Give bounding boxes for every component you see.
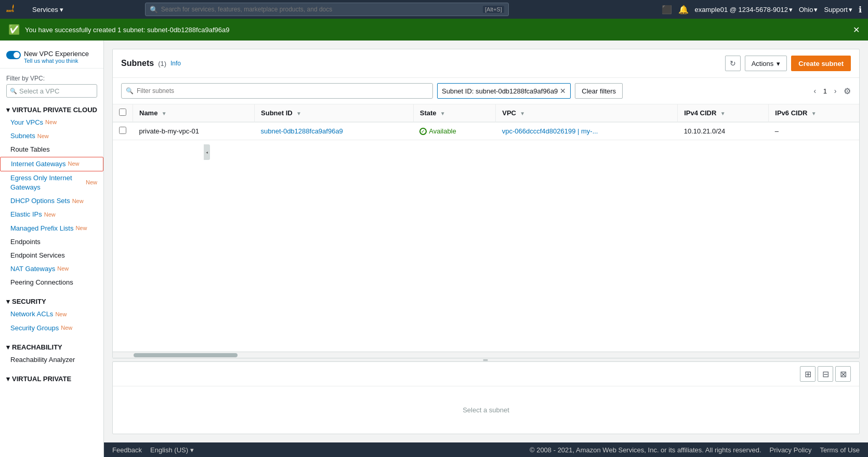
sort-name-icon[interactable]: ▼ — [162, 111, 167, 116]
col-name: Name ▼ — [133, 104, 255, 122]
view-list-icon[interactable]: ⊟ — [818, 366, 833, 382]
clear-filters-button[interactable]: Clear filters — [575, 83, 623, 99]
sort-ipv4-icon[interactable]: ▼ — [720, 111, 726, 116]
view-split-icon[interactable]: ⊠ — [835, 366, 851, 382]
next-page-button[interactable]: › — [829, 85, 841, 97]
services-button[interactable]: Services ▾ — [29, 4, 67, 16]
cloud-shell-icon[interactable]: ⬛ — [662, 5, 672, 15]
sidebar-item-elastic-ips[interactable]: Elastic IPs New — [0, 208, 103, 221]
terms-link[interactable]: Terms of Use — [820, 446, 860, 454]
chevron-down-icon: ▾ — [789, 6, 793, 14]
panel-actions: ↻ Actions ▾ Create subnet — [725, 56, 851, 71]
col-state: State ▼ — [413, 104, 496, 122]
row-subnet-id-link[interactable]: subnet-0db1288fca9af96a9 — [261, 127, 343, 135]
region-menu[interactable]: Ohio ▾ — [799, 6, 818, 14]
sidebar-item-security-groups[interactable]: Security Groups New — [0, 321, 103, 335]
sort-state-icon[interactable]: ▼ — [440, 111, 445, 116]
sidebar-section-security[interactable]: ▾ SECURITY — [0, 293, 103, 307]
new-badge: New — [45, 118, 57, 126]
chevron-down-icon: ▾ — [814, 6, 818, 14]
search-icon: 🔍 — [10, 88, 17, 95]
bell-icon[interactable]: 🔔 — [678, 5, 689, 15]
col-ipv4: IPv4 CIDR ▼ — [678, 104, 769, 122]
sidebar-section-vpc[interactable]: ▾ VIRTUAL PRIVATE CLOUD — [0, 102, 103, 116]
footer-right: © 2008 - 2021, Amazon Web Services, Inc.… — [530, 446, 860, 454]
main-layout: New VPC Experience Tell us what you thin… — [0, 41, 868, 457]
filter-vpc-input[interactable]: 🔍 Select a VPC — [6, 84, 97, 98]
sidebar-item-egress-gateways[interactable]: Egress Only Internet Gateways New — [0, 171, 103, 194]
sidebar-item-nat-gateways[interactable]: NAT Gateways New — [0, 262, 103, 276]
row-checkbox[interactable] — [119, 127, 126, 134]
sidebar-section-reachability[interactable]: ▾ REACHABILITY — [0, 339, 103, 353]
content-area: Subnets (1) Info ↻ Actions ▾ Create subn… — [104, 41, 868, 457]
sidebar-item-label: Peering Connections — [10, 278, 73, 287]
table-header-row: Name ▼ Subnet ID ▼ State ▼ — [113, 104, 859, 122]
sort-vpc-icon[interactable]: ▼ — [520, 111, 525, 116]
pagination: ‹ 1 › ⚙ — [809, 85, 851, 97]
sort-ipv6-icon[interactable]: ▼ — [811, 111, 817, 116]
sidebar-item-internet-gateways[interactable]: Internet Gateways New — [0, 157, 103, 171]
sidebar-item-dhcp[interactable]: DHCP Options Sets New — [0, 194, 103, 208]
refresh-button[interactable]: ↻ — [725, 56, 741, 71]
sidebar-item-reachability-analyzer[interactable]: Reachability Analyzer — [0, 353, 103, 367]
subnets-table-wrapper: Name ▼ Subnet ID ▼ State ▼ — [113, 104, 859, 352]
chevron-down-icon: ▾ — [6, 343, 10, 351]
filter-subnets-input[interactable] — [137, 87, 428, 95]
sidebar-toggle[interactable]: ◂ — [204, 144, 210, 160]
vpc-experience-link[interactable]: Tell us what you think — [24, 58, 89, 64]
filter-tag-remove[interactable]: ✕ — [560, 87, 566, 95]
col-ipv6-label: IPv6 CIDR — [775, 109, 807, 117]
sidebar-item-endpoint-services[interactable]: Endpoint Services — [0, 249, 103, 262]
info-icon[interactable]: ℹ — [859, 5, 862, 15]
table-row: private-b-my-vpc-01 subnet-0db1288fca9af… — [113, 122, 859, 140]
sidebar-item-network-acls[interactable]: Network ACLs New — [0, 307, 103, 321]
sidebar-item-label: Internet Gateways — [11, 159, 66, 169]
footer: Feedback English (US) ▾ © 2008 - 2021, A… — [104, 442, 868, 457]
panel-count: (1) — [158, 60, 166, 68]
row-ipv6-cell: – — [769, 122, 859, 140]
view-details-icon[interactable]: ⊞ — [800, 366, 816, 382]
feedback-link[interactable]: Feedback — [112, 446, 142, 454]
panel-title: Subnets — [121, 59, 154, 68]
sidebar-item-your-vpcs[interactable]: Your VPCs New — [0, 116, 103, 129]
sidebar-section-vpn[interactable]: ▾ VIRTUAL PRIVATE — [0, 371, 103, 385]
sidebar-section-vpn-label: VIRTUAL PRIVATE — [12, 375, 71, 383]
panel-info-link[interactable]: Info — [170, 60, 181, 67]
vpc-experience-switch[interactable] — [6, 51, 21, 59]
sidebar-item-route-tables[interactable]: Route Tables — [0, 143, 103, 156]
chevron-down-icon: ▾ — [6, 298, 10, 305]
success-banner: ✅ You have successfully created 1 subnet… — [0, 19, 868, 41]
global-search-input[interactable] — [161, 6, 480, 13]
row-name-cell: private-b-my-vpc-01 — [133, 122, 255, 140]
sort-subnet-id-icon[interactable]: ▼ — [296, 111, 301, 116]
scrollbar-thumb — [134, 353, 238, 357]
actions-button[interactable]: Actions ▾ — [745, 56, 787, 71]
language-selector[interactable]: English (US) ▾ — [150, 446, 194, 454]
active-filter-tag: Subnet ID: subnet-0db1288fca9af96a9 ✕ — [437, 83, 571, 99]
prev-page-button[interactable]: ‹ — [809, 85, 821, 97]
chevron-down-icon: ▾ — [60, 6, 63, 14]
sidebar-item-label: Security Groups — [10, 324, 59, 333]
banner-message: You have successfully created 1 subnet: … — [25, 26, 229, 34]
col-name-label: Name — [139, 109, 157, 117]
support-menu[interactable]: Support ▾ — [824, 6, 852, 14]
row-ipv4: 10.10.21.0/24 — [684, 127, 726, 135]
pagination-settings-icon[interactable]: ⚙ — [844, 86, 851, 96]
sidebar-item-subnets[interactable]: Subnets New — [0, 129, 103, 143]
subnets-panel: Subnets (1) Info ↻ Actions ▾ Create subn… — [112, 49, 860, 358]
account-menu[interactable]: example01 @ 1234-5678-9012 ▾ — [695, 6, 793, 14]
create-subnet-button[interactable]: Create subnet — [791, 56, 851, 71]
banner-close[interactable]: ✕ — [853, 25, 860, 35]
sidebar-item-label: DHCP Options Sets — [10, 196, 70, 206]
row-vpc-link[interactable]: vpc-066dcccf4d8026199 | my-... — [502, 127, 598, 135]
horizontal-scrollbar[interactable] — [113, 352, 859, 358]
sidebar-item-prefix-lists[interactable]: Managed Prefix Lists New — [0, 222, 103, 235]
row-select-cell — [113, 122, 133, 140]
filter-bar: 🔍 Subnet ID: subnet-0db1288fca9af96a9 ✕ … — [113, 78, 859, 104]
sidebar-item-endpoints[interactable]: Endpoints — [0, 235, 103, 249]
sidebar-item-peering[interactable]: Peering Connections — [0, 276, 103, 289]
select-all-checkbox[interactable] — [119, 109, 126, 116]
privacy-link[interactable]: Privacy Policy — [770, 446, 812, 454]
chevron-down-icon: ▾ — [849, 6, 852, 14]
row-state-cell: ✓ Available — [413, 122, 496, 140]
